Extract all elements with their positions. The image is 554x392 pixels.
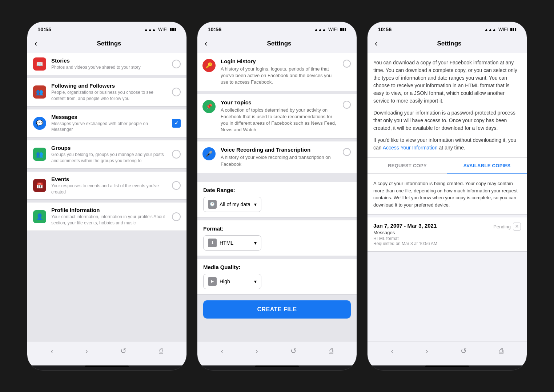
topics-item[interactable]: 📌 Your Topics A collection of topics det… — [197, 94, 357, 139]
nav-reload-btn[interactable]: ↺ — [458, 345, 470, 357]
nav-back-btn[interactable]: ‹ — [218, 345, 226, 357]
back-button-1[interactable]: ‹ — [35, 39, 45, 48]
list-item[interactable]: 👤 Profile Information Your contact infor… — [27, 203, 186, 231]
section-text: Voice Recording and Transcription A hist… — [221, 147, 338, 167]
item-text: Events Your responses to events and a li… — [51, 176, 167, 195]
status-icons-3: ▲▲▲ WiFi ▮▮▮ — [484, 27, 517, 32]
checkbox-empty[interactable] — [172, 60, 181, 68]
clock-icon: 🕐 — [208, 200, 217, 209]
section-desc: A history of your logins, logouts, perio… — [221, 66, 338, 86]
separator — [27, 200, 186, 203]
nav-back-btn[interactable]: ‹ — [388, 345, 396, 357]
media-quality-label: Media Quality: — [203, 264, 351, 270]
voice-icon: 🎤 — [202, 147, 216, 160]
copy-date-range: Jan 7, 2007 - Mar 3, 2021 — [373, 223, 490, 229]
tab-bar: REQUEST COPY AVAILABLE COPIES — [368, 158, 527, 174]
groups-icon: 👥 — [33, 148, 46, 161]
tab-request-copy[interactable]: REQUEST COPY — [368, 158, 447, 173]
section-title: Login History — [221, 58, 338, 64]
list-item[interactable]: 📅 Events Your responses to events and a … — [27, 172, 186, 200]
date-range-select[interactable]: 🕐 All of my data ▾ — [203, 197, 261, 212]
status-icons-2: ▲▲▲ WiFi ▮▮▮ — [314, 27, 346, 32]
nav-share-btn[interactable]: ⎙ — [326, 345, 336, 357]
profile-icon: 👤 — [33, 210, 46, 223]
item-desc: Messages you've exchanged with other peo… — [51, 121, 167, 133]
nav-forward-btn[interactable]: › — [423, 345, 431, 357]
back-button-2[interactable]: ‹ — [205, 39, 216, 48]
settings-list-1: 📖 Stories Photos and videos you've share… — [27, 53, 186, 341]
time-2: 10:56 — [208, 26, 221, 32]
item-text: Following and Followers People, organiza… — [51, 83, 167, 102]
item-desc: People, organizations or business you ch… — [51, 89, 167, 102]
login-history-item[interactable]: 🔑 Login History A history of your logins… — [197, 53, 357, 91]
checkbox-empty[interactable] — [172, 88, 181, 96]
back-button-3[interactable]: ‹ — [375, 39, 386, 48]
separator — [27, 169, 186, 172]
format-group: Format: ⬇ HTML ▾ — [197, 220, 357, 256]
nav-back-btn[interactable]: ‹ — [48, 345, 56, 357]
page-title-3: Settings — [390, 40, 509, 47]
download-icon: ⬇ — [208, 239, 217, 247]
copy-requested: Requested on Mar 3 at 10:56 AM — [373, 241, 490, 246]
time-1: 10:55 — [37, 26, 51, 32]
bottom-nav-3: ‹ › ↺ ⎙ — [368, 341, 527, 365]
create-file-button[interactable]: CREATE FILE — [203, 300, 351, 319]
item-title: Profile Information — [51, 207, 167, 213]
tab-available-copies[interactable]: AVAILABLE COPIES — [447, 158, 527, 174]
checkbox-empty[interactable] — [172, 181, 181, 190]
nav-forward-btn[interactable]: › — [83, 345, 91, 357]
info-paragraph-2: Downloading your information is a passwo… — [373, 109, 521, 132]
close-copy-button[interactable]: ✕ — [513, 223, 521, 231]
voice-item[interactable]: 🎤 Voice Recording and Transcription A hi… — [197, 141, 357, 173]
checkbox-empty[interactable] — [172, 212, 181, 221]
radio-empty[interactable] — [343, 60, 351, 68]
bottom-nav-2: ‹ › ↺ ⎙ — [197, 341, 357, 365]
section-title: Voice Recording and Transcription — [221, 147, 338, 153]
screen-3: 10:56 ▲▲▲ WiFi ▮▮▮ ‹ Settings You can do… — [367, 21, 527, 371]
format-select[interactable]: ⬇ HTML ▾ — [203, 235, 261, 251]
item-desc: Your contact information, information in… — [51, 214, 167, 226]
separator — [197, 139, 357, 141]
bottom-nav-1: ‹ › ↺ ⎙ — [27, 341, 186, 365]
item-text: Stories Photos and videos you've shared … — [51, 57, 167, 71]
radio-empty[interactable] — [343, 101, 351, 109]
item-desc: Groups you belong to, groups you manage … — [51, 152, 167, 164]
settings-content-3: You can download a copy of your Facebook… — [368, 53, 527, 341]
nav-share-btn[interactable]: ⎙ — [156, 345, 166, 357]
list-item[interactable]: 📖 Stories Photos and videos you've share… — [27, 53, 186, 75]
nav-share-btn[interactable]: ⎙ — [496, 345, 506, 357]
events-icon: 📅 — [33, 179, 46, 192]
radio-empty[interactable] — [343, 148, 351, 156]
media-quality-select[interactable]: ▶ High ▾ — [203, 274, 261, 289]
time-3: 10:56 — [378, 26, 392, 32]
screen-1: 10:55 ▲▲▲ WiFi ▮▮▮ ‹ Settings 📖 Stories … — [27, 21, 187, 371]
topics-icon: 📌 — [202, 100, 216, 113]
format-label: Format: — [203, 225, 351, 232]
item-desc: Your responses to events and a list of t… — [51, 183, 167, 195]
messages-icon: 💬 — [33, 117, 46, 130]
nav-reload-btn[interactable]: ↺ — [117, 345, 129, 357]
media-quality-value: High — [220, 279, 230, 284]
section-desc: A collection of topics determined by you… — [221, 107, 338, 133]
format-value: HTML — [220, 240, 233, 246]
nav-reload-btn[interactable]: ↺ — [288, 345, 300, 357]
item-text: Profile Information Your contact informa… — [51, 207, 167, 226]
list-item[interactable]: 👥 Following and Followers People, organi… — [27, 78, 186, 107]
chevron-down-icon: ▾ — [254, 240, 257, 246]
home-indicator — [255, 365, 299, 367]
list-item[interactable]: 👥 Groups Groups you belong to, groups yo… — [27, 140, 186, 169]
info-text-block: You can download a copy of your Facebook… — [368, 53, 527, 158]
date-range-group: Date Range: 🕐 All of my data ▾ — [197, 182, 357, 217]
nav-bar-2: ‹ Settings — [197, 35, 357, 53]
date-range-label: Date Range: — [203, 187, 351, 193]
section-text: Your Topics A collection of topics deter… — [221, 99, 338, 133]
item-desc: Photos and videos you've shared to your … — [51, 64, 167, 71]
checkbox-empty[interactable] — [172, 150, 181, 159]
access-info-link[interactable]: Access Your Information — [383, 145, 438, 151]
status-bar-2: 10:56 ▲▲▲ WiFi ▮▮▮ — [197, 22, 357, 35]
list-item-messages[interactable]: 💬 Messages Messages you've exchanged wit… — [27, 109, 186, 138]
copy-type: Messages — [373, 230, 490, 235]
nav-forward-btn[interactable]: › — [253, 345, 261, 357]
checkbox-checked[interactable]: ✓ — [172, 119, 181, 128]
info-paragraph-3: If you'd like to view your information w… — [373, 136, 521, 152]
